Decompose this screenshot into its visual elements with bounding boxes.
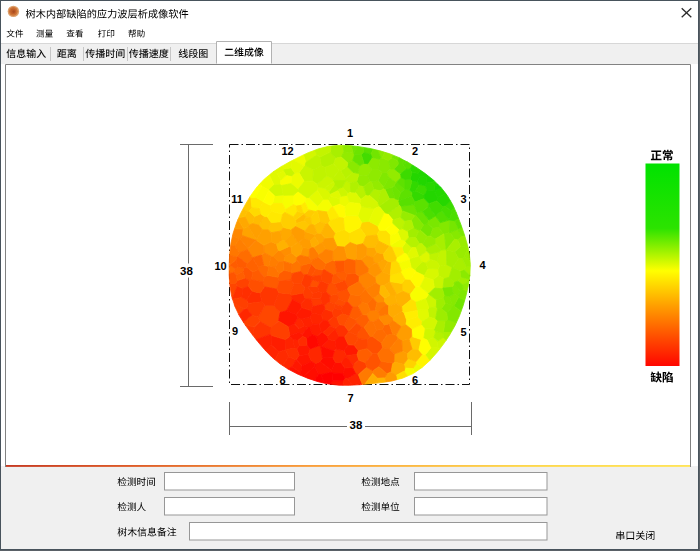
svg-text:7: 7 (347, 392, 353, 404)
svg-text:38: 38 (180, 265, 193, 277)
svg-text:3: 3 (460, 193, 466, 205)
svg-text:10: 10 (214, 260, 226, 272)
svg-text:11: 11 (231, 193, 243, 205)
svg-text:8: 8 (279, 374, 285, 386)
svg-text:6: 6 (412, 374, 418, 386)
svg-text:5: 5 (460, 326, 466, 338)
svg-text:9: 9 (232, 325, 238, 337)
svg-text:2: 2 (412, 145, 418, 157)
svg-text:4: 4 (479, 259, 486, 271)
svg-text:12: 12 (281, 145, 293, 157)
svg-text:38: 38 (350, 419, 363, 431)
svg-text:1: 1 (347, 127, 353, 139)
